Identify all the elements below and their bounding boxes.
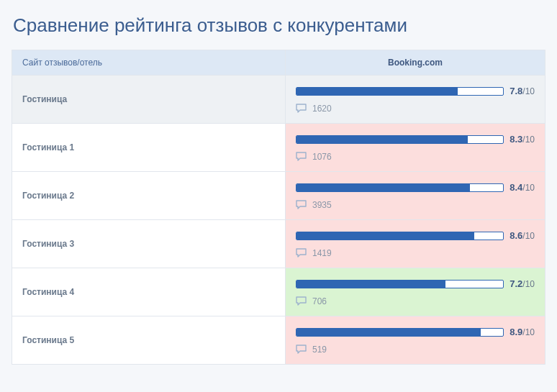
- review-count-value: 1076: [312, 152, 332, 162]
- header-provider: Booking.com: [286, 50, 545, 75]
- rating-bar: [296, 183, 504, 192]
- review-count-value: 519: [312, 345, 327, 355]
- review-count: 3935: [296, 200, 535, 210]
- review-count: 519: [296, 345, 535, 355]
- review-count: 1620: [296, 104, 535, 114]
- hotel-name: Гостиница: [12, 76, 286, 123]
- rating-bar: [296, 135, 504, 144]
- table-row: Гостиница 58.9/10519: [12, 316, 545, 364]
- rating-cell: 8.3/101076: [286, 124, 545, 171]
- hotel-name: Гостиница 4: [12, 268, 286, 316]
- table-row: Гостиница7.8/101620: [12, 75, 545, 123]
- rating-cell: 8.4/103935: [286, 172, 545, 219]
- comment-icon: [296, 104, 307, 114]
- hotel-name: Гостиница 2: [12, 172, 286, 219]
- review-count: 1419: [296, 248, 535, 258]
- hotel-name: Гостиница 5: [12, 316, 286, 364]
- rating-bar: [296, 328, 504, 337]
- review-count: 1076: [296, 152, 535, 162]
- table-row: Гостиница 38.6/101419: [12, 219, 545, 268]
- ratings-table: Сайт отзывов/отель Booking.com Гостиница…: [12, 50, 545, 365]
- rating-score: 7.8/10: [510, 86, 535, 96]
- review-count-value: 1419: [312, 248, 332, 258]
- rating-score: 8.9/10: [510, 327, 535, 337]
- rating-score: 8.6/10: [510, 230, 535, 241]
- hotel-name: Гостиница 3: [12, 220, 286, 268]
- table-row: Гостиница 18.3/101076: [12, 123, 545, 171]
- table-header: Сайт отзывов/отель Booking.com: [12, 50, 545, 75]
- review-count-value: 706: [312, 296, 327, 306]
- table-row: Гостиница 28.4/103935: [12, 171, 545, 219]
- comment-icon: [296, 248, 307, 258]
- rating-score: 8.4/10: [510, 182, 535, 193]
- rating-bar: [296, 232, 504, 240]
- page-title: Сравнение рейтинга отзывов с конкурентам…: [13, 14, 545, 37]
- header-site-hotel: Сайт отзывов/отель: [12, 50, 286, 75]
- hotel-name: Гостиница 1: [12, 124, 286, 171]
- rating-bar: [296, 87, 504, 96]
- comment-icon: [296, 345, 307, 355]
- rating-score: 7.2/10: [510, 278, 535, 289]
- comment-icon: [296, 200, 307, 210]
- review-count-value: 1620: [312, 104, 332, 114]
- rating-cell: 7.2/10706: [286, 268, 545, 316]
- rating-bar: [296, 280, 504, 288]
- rating-cell: 8.6/101419: [286, 220, 545, 268]
- comment-icon: [296, 296, 307, 306]
- review-count: 706: [296, 296, 535, 306]
- rating-cell: 7.8/101620: [286, 76, 545, 123]
- table-row: Гостиница 47.2/10706: [12, 268, 545, 316]
- comment-icon: [296, 152, 307, 162]
- rating-cell: 8.9/10519: [286, 316, 545, 364]
- review-count-value: 3935: [312, 200, 332, 210]
- rating-score: 8.3/10: [510, 134, 535, 145]
